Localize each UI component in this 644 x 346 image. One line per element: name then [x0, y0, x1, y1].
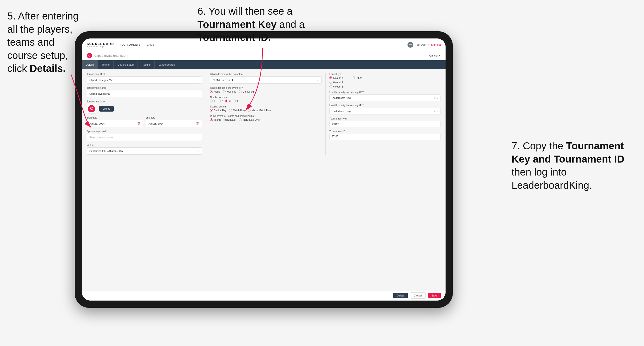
round-4[interactable]: 4: [233, 100, 238, 102]
avatar: TU: [408, 42, 413, 48]
sponsor-input[interactable]: Enter sponsor name: [87, 134, 202, 141]
radio-womens-icon: [223, 90, 226, 93]
gender-label: Which gender is the event for?: [210, 87, 321, 89]
format-field: Format type 5 count 4 Other: [330, 73, 441, 88]
format-5c4-option[interactable]: 5 count 4: [330, 76, 343, 79]
api-clear-icon-2[interactable]: ✕: [434, 110, 436, 113]
round-2[interactable]: 2: [218, 100, 223, 102]
radio-stroke-icon: [210, 109, 213, 112]
tournament-header: C Clippd Invitational (Men) Cancel ✕: [82, 51, 446, 60]
scoring-medal[interactable]: Medal Match Play: [248, 109, 271, 112]
radio-individuals-icon: [239, 118, 242, 121]
format-6c5-option[interactable]: 6 count 5: [330, 85, 441, 88]
tournament-logo-label: Tournament logo: [87, 100, 202, 103]
gender-mens[interactable]: Mens: [210, 90, 220, 93]
middle-column: Which division is the event for? NCAA Di…: [206, 73, 321, 155]
logo-title: SCOREBOARD: [87, 42, 114, 46]
tournament-host-input[interactable]: Clippd College - Men ⌄: [87, 76, 202, 84]
round-3[interactable]: 3: [225, 100, 230, 102]
tournament-id-field: Tournament ID 302051: [330, 130, 441, 140]
end-date-label: End date: [146, 116, 202, 119]
logo-upload-row: C Upload: [87, 104, 202, 114]
tournament-host-label: Tournament Host: [87, 73, 202, 75]
venue-input[interactable]: Peachtree GC - Atlanta - GA ⌄: [87, 147, 202, 155]
teams-with-individuals[interactable]: Teams (+Individuals): [210, 118, 236, 121]
rounds-field: Number of rounds 1 2 3: [210, 96, 321, 102]
save-button[interactable]: Save: [428, 293, 441, 298]
tablet-screen: SCOREBOARD Powered by clippd TOURNAMENTS…: [82, 38, 446, 301]
annotation-left: 5. After entering all the players, teams…: [7, 10, 84, 75]
teams-radio-group: Teams (+Individuals) Individuals Only: [210, 118, 321, 121]
start-date-label: Start date: [87, 116, 143, 119]
venue-field: Venue Peachtree GC - Atlanta - GA ⌄: [87, 144, 202, 155]
footer-cancel-button[interactable]: Cancel: [410, 292, 426, 299]
api-controls-2: ✕ ⌄: [434, 110, 438, 113]
tournament-id-label: Tournament ID: [330, 130, 441, 133]
third-party-1-input[interactable]: Leaderboard King ✕ ⌄: [330, 95, 441, 101]
tournament-name: Clippd Invitational (Men): [94, 54, 128, 57]
third-party-2-label: Use third-party live scoring API?: [330, 104, 441, 107]
app-logo: SCOREBOARD Powered by clippd: [87, 42, 114, 47]
scoring-field: Scoring system Stroke Play Match Play: [210, 105, 321, 112]
rounds-label: Number of rounds: [210, 96, 321, 99]
third-party-1-label: Use third-party live scoring API?: [330, 91, 441, 94]
tournament-name-field: Tournament name Clippd Invitational: [87, 87, 202, 97]
logo-subtitle: Powered by clippd: [87, 46, 114, 47]
tab-teams[interactable]: Teams: [98, 60, 114, 69]
start-date-input[interactable]: Jan 21, 2024 📅: [87, 120, 143, 127]
api-clear-icon-1[interactable]: ✕: [434, 97, 436, 99]
api-chevron-icon-1: ⌄: [437, 97, 438, 99]
individuals-only[interactable]: Individuals Only: [239, 118, 260, 121]
upload-button[interactable]: Upload: [99, 106, 114, 112]
tab-course-setup[interactable]: Course Setup: [114, 60, 138, 69]
nav-tournaments[interactable]: TOURNAMENTS: [120, 42, 140, 47]
round-1[interactable]: 1: [210, 100, 215, 102]
dropdown-arrow-venue-icon: ⌄: [198, 150, 200, 153]
venue-label: Venue: [87, 144, 202, 147]
annotation-bottom-right: 7. Copy the Tournament Key and Tournamen…: [512, 140, 637, 192]
app-footer: Delete Cancel Save: [82, 290, 446, 301]
tournament-title-row: C Clippd Invitational (Men): [87, 53, 128, 58]
annotation-top-right: 6. You will then see a Tournament Key an…: [198, 5, 342, 44]
gender-combined[interactable]: Combined: [239, 90, 254, 93]
sign-out-link[interactable]: Sign out: [431, 43, 441, 46]
format-6c4-option[interactable]: 6 count 4: [330, 81, 441, 84]
gender-womens[interactable]: Womens: [223, 90, 236, 93]
calendar-icon-2: 📅: [196, 122, 200, 125]
division-input[interactable]: NCAA Division III ⌄: [210, 76, 321, 84]
division-label: Which division is the event for?: [210, 73, 321, 75]
tournament-name-label: Tournament name: [87, 87, 202, 89]
dropdown-arrow-icon: ⌄: [198, 79, 200, 82]
tournament-key-label: Tournament Key: [330, 117, 441, 120]
calendar-icon: 📅: [137, 122, 141, 125]
tab-results[interactable]: Results: [138, 60, 154, 69]
right-column: Format type 5 count 4 Other: [325, 73, 441, 155]
nav-teams[interactable]: TEAMS: [145, 42, 154, 47]
tournament-logo-field: Tournament logo C Upload: [87, 100, 202, 114]
format-other-option[interactable]: Other: [352, 76, 362, 79]
third-party-1-field: Use third-party live scoring API? Leader…: [330, 91, 441, 101]
delete-button[interactable]: Delete: [393, 293, 408, 298]
radio-6c4-icon: [330, 81, 332, 84]
third-party-2-input[interactable]: Leaderboard King ✕ ⌄: [330, 108, 441, 114]
end-date-field: End date Jan 23, 2024 📅: [146, 116, 202, 127]
radio-teams-icon: [210, 118, 213, 121]
scoring-radio-group: Stroke Play Match Play Medal Match Play: [210, 109, 321, 112]
gender-radio-group: Mens Womens Combined: [210, 90, 321, 93]
tournament-key-value: b4f6b7: [330, 121, 441, 127]
division-field: Which division is the event for? NCAA Di…: [210, 73, 321, 84]
end-date-input[interactable]: Jan 23, 2024 📅: [146, 120, 202, 127]
start-date-field: Start date Jan 21, 2024 📅: [87, 116, 143, 127]
tournament-name-input[interactable]: Clippd Invitational: [87, 90, 202, 97]
radio-6c5-icon: [330, 85, 332, 88]
scoring-stroke[interactable]: Stroke Play: [210, 109, 226, 112]
tab-leaderboards[interactable]: Leaderboards: [154, 60, 179, 69]
scoring-match[interactable]: Match Play: [229, 109, 245, 112]
format-options: 5 count 4 Other 6 count 4: [330, 76, 441, 88]
teams-field: Is this event for Teams and/or Individua…: [210, 115, 321, 121]
logo-preview: C: [87, 104, 96, 114]
logo-c-icon: C: [88, 105, 95, 112]
cancel-button[interactable]: Cancel ✕: [430, 54, 441, 57]
third-party-2-field: Use third-party live scoring API? Leader…: [330, 104, 441, 114]
sponsor-field: Sponsor (optional) Enter sponsor name: [87, 130, 202, 141]
